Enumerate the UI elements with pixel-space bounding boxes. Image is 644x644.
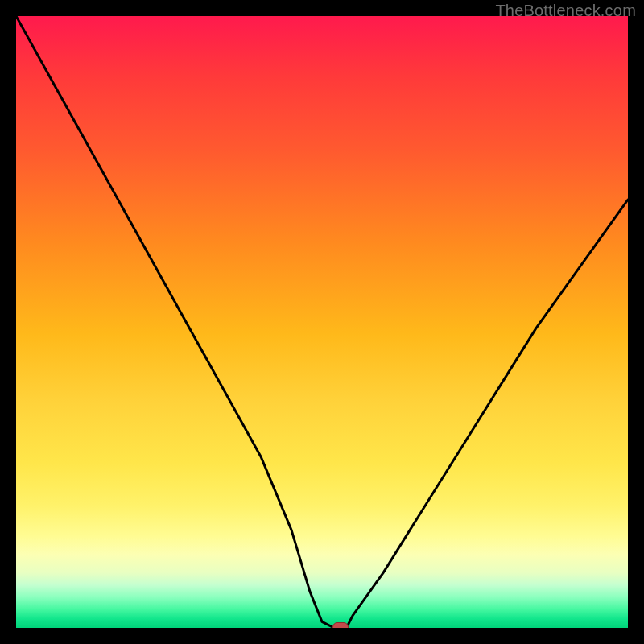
bottleneck-marker (332, 622, 349, 628)
plot-area (16, 16, 628, 628)
bottleneck-curve (16, 16, 628, 628)
chart-frame: TheBottleneck.com (0, 0, 644, 644)
watermark-text: TheBottleneck.com (495, 2, 636, 20)
